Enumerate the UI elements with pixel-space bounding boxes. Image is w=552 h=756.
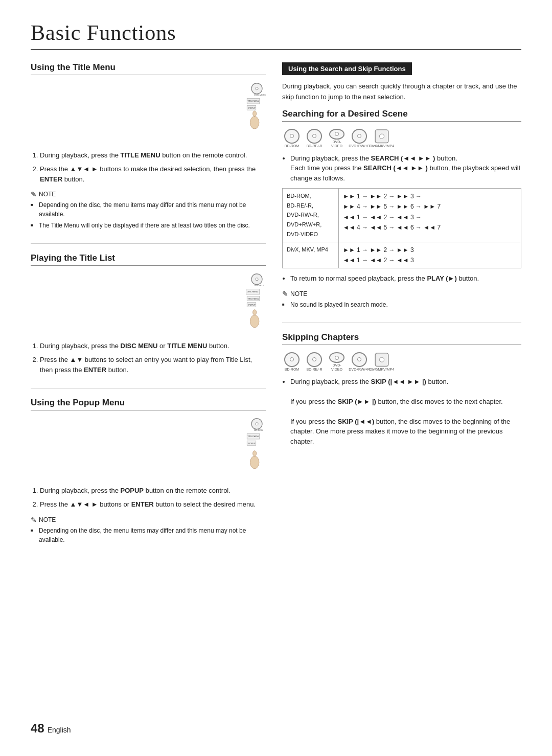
remote-icon: DVD-VIDEO TITLE MENU POPUP [230, 82, 266, 145]
title-list-heading: Playing the Title List [31, 253, 266, 266]
popup-menu-note: ✎ NOTE Depending on the disc, the menu i… [31, 516, 266, 544]
title-menu-note: ✎ NOTE Depending on the disc, the menu i… [31, 190, 266, 230]
svg-text:BD-ROM: BD-ROM [254, 429, 263, 431]
title-list-remote-icon: BD-RE/-R DISC MENU TITLE MENU POPUP [230, 273, 266, 336]
page-footer: 48 English [31, 721, 71, 736]
search-scene-bullets: During playback, press the SEARCH (◄◄ ►►… [282, 153, 521, 184]
page-title: Basic Functions [31, 20, 521, 50]
note-icon-2: ✎ [31, 516, 37, 524]
page-number: 48 [31, 721, 44, 736]
svg-point-29 [250, 456, 259, 469]
title-menu-heading: Using the Title Menu [31, 62, 266, 75]
title-menu-step-2: Press the ▲▼◄ ► buttons to make the desi… [40, 164, 266, 184]
svg-point-11 [256, 278, 258, 281]
svg-text:TITLE MENU: TITLE MENU [247, 435, 259, 438]
skip-disc-bd-rom: BD-ROM [282, 352, 302, 372]
title-list-step-2: Press the ▲▼ buttons to select an entry … [40, 355, 266, 375]
search-return-item: To return to normal speed playback, pres… [290, 273, 521, 284]
popup-menu-step-2: Press the ▲▼◄ ► buttons or ENTER button … [40, 499, 266, 510]
title-menu-note-list: Depending on the disc, the menu items ma… [31, 200, 266, 230]
popup-menu-note-list: Depending on the disc, the menu items ma… [31, 526, 266, 544]
skip-bullet-1: During playback, press the SKIP (|◄◄ ►► … [290, 377, 521, 447]
title-list-step-1: During playback, press the DISC MENU or … [40, 341, 266, 351]
svg-text:POPUP: POPUP [248, 304, 256, 306]
section-skip-chapters: Skipping Chapters BD-ROM BD-RE/-R DVD-VI… [282, 332, 521, 447]
disc-bd-rom: BD-ROM [282, 129, 302, 148]
search-scene-disc-icons: BD-ROM BD-RE/-R DVD-VIDEO DVD+RW/+R [282, 129, 521, 148]
search-note: ✎ NOTE No sound is played in search mode… [282, 290, 521, 309]
search-skip-header: Using the Search and Skip Functions Duri… [282, 62, 521, 103]
skip-divx-icon [374, 352, 390, 367]
title-menu-step-1: During playback, press the TITLE MENU bu… [40, 150, 266, 161]
note-icon-3: ✎ [282, 290, 288, 298]
skip-chapters-heading: Skipping Chapters [282, 332, 521, 345]
right-column: Using the Search and Skip Functions Duri… [282, 62, 521, 558]
popup-menu-remote-icons: BD-ROM TITLE MENU POPUP [31, 418, 266, 480]
disc-bd-re: BD-RE/-R [305, 129, 324, 148]
popup-remote-icon: BD-ROM TITLE MENU POPUP [230, 418, 266, 480]
svg-text:POPUP: POPUP [248, 442, 256, 445]
svg-text:DISC MENU: DISC MENU [247, 290, 258, 293]
speed-disc-1: BD-ROM,BD-RE/-R,DVD-RW/-R,DVD+RW/+R,DVD-… [283, 189, 339, 242]
svg-text:BD-RE/-R: BD-RE/-R [255, 284, 264, 287]
popup-menu-note-1: Depending on the disc, the menu items ma… [31, 526, 266, 544]
title-list-remote-icons: BD-RE/-R DISC MENU TITLE MENU POPUP [31, 273, 266, 336]
section-title-list: Playing the Title List BD-RE/-R DISC MEN… [31, 253, 266, 375]
disc-dvd-rw: DVD+RW/+R [350, 129, 369, 148]
popup-menu-steps: During playback, press the POPUP button … [31, 486, 266, 510]
svg-point-31 [253, 451, 257, 456]
search-skip-intro: During playback, you can search quickly … [282, 81, 521, 103]
speed-values-2: ►► 1 → ►► 2 → ►► 3 ◄◄ 1 → ◄◄ 2 → ◄◄ 3 [339, 242, 521, 268]
section-popup-menu: Using the Popup Menu BD-ROM TITLE MENU P… [31, 398, 266, 544]
section-search-scene: Searching for a Desired Scene BD-ROM BD-… [282, 109, 521, 309]
search-return-bullet: To return to normal speed playback, pres… [282, 273, 521, 284]
skip-disc-divx: DivX/MKV/MP4 [372, 352, 392, 372]
svg-text:TITLE MENU: TITLE MENU [247, 100, 259, 102]
svg-point-21 [253, 310, 257, 315]
skip-bullets: During playback, press the SKIP (|◄◄ ►► … [282, 377, 521, 447]
note-icon: ✎ [31, 190, 37, 198]
left-column: Using the Title Menu DVD-VIDEO TITLE MEN… [31, 62, 266, 558]
svg-point-35 [379, 357, 384, 362]
svg-point-1 [256, 87, 258, 90]
search-skip-box-heading: Using the Search and Skip Functions [282, 62, 412, 75]
search-note-label: ✎ NOTE [282, 290, 521, 298]
speed-disc-2: DivX, MKV, MP4 [283, 242, 339, 268]
search-bullet-1: During playback, press the SEARCH (◄◄ ►►… [290, 153, 521, 184]
svg-point-23 [256, 423, 258, 425]
skip-disc-icons: BD-ROM BD-RE/-R DVD-VIDEO DVD+RW/+R [282, 352, 521, 372]
speed-row-1: BD-ROM,BD-RE/-R,DVD-RW/-R,DVD+RW/+R,DVD-… [283, 189, 521, 242]
section-title-menu: Using the Title Menu DVD-VIDEO TITLE MEN… [31, 62, 266, 230]
svg-point-7 [250, 117, 259, 129]
title-menu-remote-icons: DVD-VIDEO TITLE MENU POPUP [31, 82, 266, 145]
speed-row-2: DivX, MKV, MP4 ►► 1 → ►► 2 → ►► 3 ◄◄ 1 →… [283, 242, 521, 268]
disc-divx: DivX/MKV/MP4 [372, 129, 392, 148]
popup-menu-step-1: During playback, press the POPUP button … [40, 486, 266, 496]
popup-menu-note-label: ✎ NOTE [31, 516, 266, 524]
svg-text:POPUP: POPUP [248, 107, 256, 109]
search-speed-table: BD-ROM,BD-RE/-R,DVD-RW/-R,DVD+RW/+R,DVD-… [282, 188, 521, 268]
skip-disc-dvd-rw: DVD+RW/+R [350, 352, 369, 372]
disc-dvd-video: DVD-VIDEO [327, 129, 347, 148]
title-list-steps: During playback, press the DISC MENU or … [31, 341, 266, 375]
title-menu-note-2: The Title Menu will only be displayed if… [31, 221, 266, 230]
popup-menu-heading: Using the Popup Menu [31, 398, 266, 410]
search-note-list: No sound is played in search mode. [282, 300, 521, 309]
title-menu-note-label: ✎ NOTE [31, 190, 266, 198]
svg-point-9 [253, 111, 257, 117]
search-note-1: No sound is played in search mode. [282, 300, 521, 309]
speed-values-1: ►► 1 → ►► 2 → ►► 3 → ►► 4 → ►► 5 → ►► 6 … [339, 189, 521, 242]
skip-disc-dvd-video: DVD-VIDEO [327, 352, 347, 372]
title-menu-steps: During playback, press the TITLE MENU bu… [31, 150, 266, 185]
svg-point-19 [250, 315, 259, 328]
divx-icon [374, 129, 390, 144]
svg-text:DVD-VIDEO: DVD-VIDEO [254, 94, 266, 96]
title-menu-note-1: Depending on the disc, the menu items ma… [31, 200, 266, 219]
search-scene-heading: Searching for a Desired Scene [282, 109, 521, 122]
page-language: English [48, 726, 71, 734]
svg-point-33 [379, 134, 384, 139]
skip-disc-bd-re: BD-RE/-R [305, 352, 324, 372]
svg-text:TITLE MENU: TITLE MENU [247, 297, 259, 300]
